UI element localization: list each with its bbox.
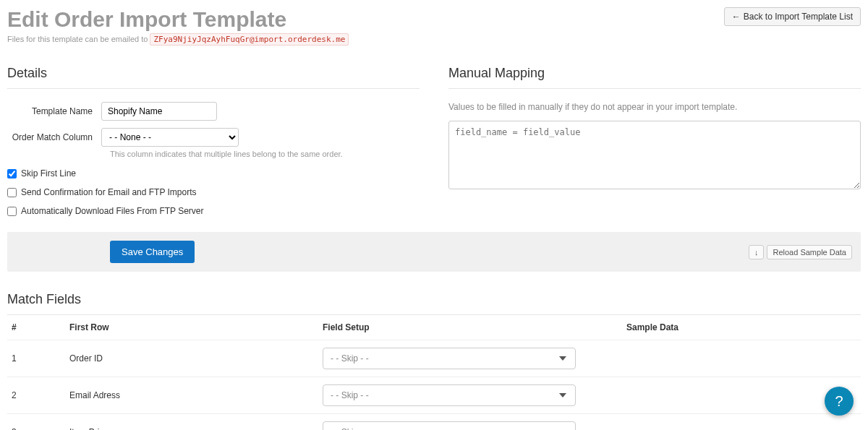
table-row: 2 Email Adress - - Skip - - bbox=[7, 377, 861, 414]
row-num: 2 bbox=[7, 377, 65, 414]
mapping-textarea[interactable] bbox=[448, 121, 861, 189]
help-button[interactable]: ? bbox=[825, 387, 854, 416]
import-email-code: ZFya9NjiyJqzAyhFuqGr@import.orderdesk.me bbox=[150, 33, 349, 46]
col-header-sample-data: Sample Data bbox=[622, 315, 861, 340]
back-button-label: Back to Import Template List bbox=[744, 12, 853, 22]
send-confirmation-label: Send Confirmation for Email and FTP Impo… bbox=[21, 187, 197, 197]
row-num: 3 bbox=[7, 414, 65, 431]
page-title: Edit Order Import Template bbox=[7, 7, 349, 32]
row-sample bbox=[622, 414, 861, 431]
order-match-hint: This column indicates that multiple line… bbox=[110, 150, 420, 158]
download-icon-button[interactable]: ↓ bbox=[749, 245, 765, 259]
arrow-left-icon: ← bbox=[732, 12, 741, 22]
order-match-label: Order Match Column bbox=[7, 132, 101, 142]
table-row: 3 Item Price - - Skip - - bbox=[7, 414, 861, 431]
col-header-first-row: First Row bbox=[65, 315, 318, 340]
back-to-list-button[interactable]: ← Back to Import Template List bbox=[724, 7, 861, 26]
field-setup-select[interactable]: - - Skip - - bbox=[323, 384, 576, 406]
row-sample bbox=[622, 340, 861, 377]
details-section-title: Details bbox=[7, 66, 420, 89]
auto-download-label: Automatically Download Files From FTP Se… bbox=[21, 206, 204, 216]
col-header-num: # bbox=[7, 315, 65, 340]
match-fields-title: Match Fields bbox=[7, 292, 861, 315]
subtitle-prefix: Files for this template can be emailed t… bbox=[7, 35, 150, 43]
reload-sample-button[interactable]: Reload Sample Data bbox=[767, 245, 852, 259]
row-first: Item Price bbox=[65, 414, 318, 431]
help-icon: ? bbox=[835, 393, 843, 410]
skip-first-line-checkbox[interactable] bbox=[7, 169, 17, 179]
col-header-field-setup: Field Setup bbox=[318, 315, 622, 340]
row-first: Order ID bbox=[65, 340, 318, 377]
mapping-section-title: Manual Mapping bbox=[448, 66, 861, 89]
field-setup-select[interactable]: - - Skip - - bbox=[323, 348, 576, 369]
action-bar: Save Changes ↓ Reload Sample Data bbox=[7, 232, 861, 272]
download-icon: ↓ bbox=[754, 248, 759, 257]
mapping-hint: Values to be filled in manually if they … bbox=[448, 102, 861, 112]
row-first: Email Adress bbox=[65, 377, 318, 414]
skip-first-line-label: Skip First Line bbox=[21, 168, 76, 179]
template-name-label: Template Name bbox=[7, 106, 101, 116]
save-button[interactable]: Save Changes bbox=[110, 241, 195, 263]
row-num: 1 bbox=[7, 340, 65, 377]
order-match-select[interactable]: - - None - - bbox=[101, 128, 239, 147]
match-fields-table: # First Row Field Setup Sample Data 1 Or… bbox=[7, 315, 861, 430]
table-row: 1 Order ID - - Skip - - bbox=[7, 340, 861, 377]
template-name-input[interactable] bbox=[101, 102, 217, 121]
subtitle: Files for this template can be emailed t… bbox=[7, 35, 349, 44]
field-setup-select[interactable]: - - Skip - - bbox=[323, 421, 576, 430]
auto-download-checkbox[interactable] bbox=[7, 207, 17, 216]
send-confirmation-checkbox[interactable] bbox=[7, 188, 17, 197]
